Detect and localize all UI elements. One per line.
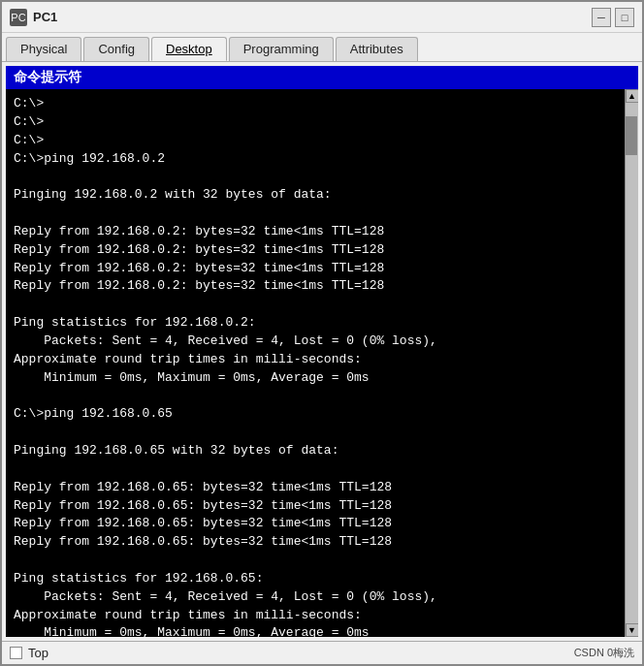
terminal-wrapper: C:\> C:\> C:\> C:\>ping 192.168.0.2 Ping… — [6, 89, 638, 637]
top-checkbox[interactable] — [10, 647, 22, 659]
scrollbar-down-arrow[interactable]: ▼ — [626, 623, 639, 637]
tab-bar: Physical Config Desktop Programming Attr… — [2, 33, 642, 62]
minimize-button[interactable]: ─ — [592, 8, 611, 27]
status-bar: Top CSDN 0梅洗 — [2, 641, 642, 664]
scrollbar-body — [626, 103, 638, 623]
top-label: Top — [28, 646, 48, 660]
status-left: Top — [10, 646, 48, 660]
scrollbar-track: ▲ ▼ — [625, 89, 638, 637]
cmd-header: 命令提示符 — [6, 66, 638, 89]
maximize-button[interactable]: □ — [615, 8, 634, 27]
window-title: PC1 — [33, 10, 592, 24]
scrollbar-up-arrow[interactable]: ▲ — [626, 89, 639, 103]
content-area: 命令提示符 C:\> C:\> C:\> C:\>ping 192.168.0.… — [2, 62, 642, 641]
tab-physical[interactable]: Physical — [6, 37, 81, 61]
tab-programming[interactable]: Programming — [229, 37, 334, 61]
main-window: PC PC1 ─ □ Physical Config Desktop Progr… — [0, 0, 644, 666]
terminal-output[interactable]: C:\> C:\> C:\> C:\>ping 192.168.0.2 Ping… — [6, 89, 625, 637]
app-icon-label: PC — [11, 12, 25, 23]
credit-label: CSDN 0梅洗 — [574, 646, 634, 660]
tab-config[interactable]: Config — [83, 37, 149, 61]
tab-desktop[interactable]: Desktop — [151, 37, 227, 61]
window-controls: ─ □ — [592, 8, 634, 27]
tab-attributes[interactable]: Attributes — [336, 37, 418, 61]
app-icon: PC — [10, 9, 27, 26]
title-bar: PC PC1 ─ □ — [2, 2, 642, 33]
scrollbar-thumb[interactable] — [626, 116, 637, 155]
